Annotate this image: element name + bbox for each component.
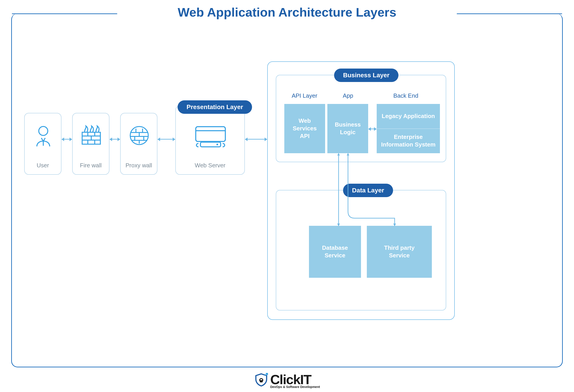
- svg-rect-29: [260, 380, 263, 382]
- arrow-logic-backend: [369, 129, 376, 129]
- firewall-icon: [80, 124, 102, 146]
- diagram-title: Web Application Architecture Layers: [0, 5, 574, 19]
- node-user-label: User: [25, 162, 61, 169]
- pill-presentation: Presentation Layer: [178, 100, 252, 114]
- block-third-party: Third party Service: [367, 226, 432, 278]
- block-legacy-app: Legacy Application: [377, 104, 440, 129]
- pill-business: Business Layer: [334, 69, 398, 82]
- arrow-webserver-app: [245, 139, 267, 140]
- block-eis: Enterprise Information System: [377, 129, 440, 153]
- logo-tagline: DevOps & Software Development: [270, 385, 320, 389]
- subhead-app: App: [328, 92, 368, 99]
- subhead-backend: Back End: [377, 92, 435, 99]
- arrow-proxy-webserver: [158, 139, 175, 140]
- node-firewall-label: Fire wall: [73, 162, 109, 169]
- svg-marker-24: [337, 153, 340, 155]
- block-backend-group: Legacy Application Enterprise Informatio…: [377, 104, 440, 153]
- node-webserver: Web Server: [175, 106, 245, 175]
- svg-marker-27: [393, 224, 396, 226]
- block-business-logic: Business Logic: [327, 104, 368, 153]
- arrow-firewall-proxy: [110, 139, 120, 140]
- svg-marker-26: [347, 153, 349, 155]
- server-icon: [194, 124, 227, 149]
- node-proxy: Proxy wall: [120, 113, 157, 175]
- node-firewall: Fire wall: [72, 113, 109, 175]
- svg-marker-25: [337, 224, 340, 226]
- node-user: User: [24, 113, 62, 175]
- block-db-service: Database Service: [309, 226, 361, 278]
- node-webserver-label: Web Server: [176, 162, 245, 169]
- node-proxy-label: Proxy wall: [121, 162, 157, 169]
- proxy-icon: [129, 125, 150, 146]
- svg-point-23: [216, 144, 218, 145]
- svg-point-0: [39, 127, 48, 135]
- logo: ClickIT DevOps & Software Development: [254, 372, 320, 389]
- logo-shield-icon: [254, 373, 268, 387]
- user-icon: [34, 124, 53, 149]
- arrow-user-firewall: [62, 139, 72, 140]
- block-web-services-api: Web Services API: [284, 104, 325, 153]
- vertical-connectors: [309, 153, 404, 227]
- subhead-api: API Layer: [284, 92, 325, 99]
- svg-rect-20: [196, 127, 225, 142]
